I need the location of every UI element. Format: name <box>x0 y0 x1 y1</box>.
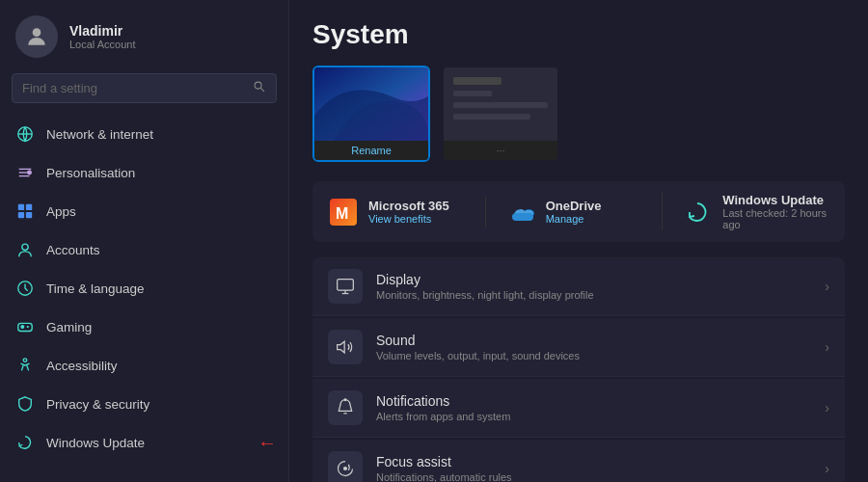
search-box[interactable] <box>12 73 277 103</box>
svg-rect-26 <box>453 114 530 120</box>
sidebar-item-windowsupdate[interactable]: Windows Update ← <box>0 423 288 462</box>
wu-sub: Last checked: 2 hours ago <box>722 207 829 230</box>
theme-card-1[interactable]: Rename <box>312 66 430 162</box>
sidebar-item-accessibility[interactable]: Accessibility <box>0 346 288 385</box>
focusassist-title: Focus assist <box>376 454 825 469</box>
apps-icon <box>15 201 35 221</box>
theme-preview-1 <box>314 67 428 141</box>
page-title: System <box>312 19 845 50</box>
onedrive-title: OneDrive <box>546 199 602 213</box>
wu-quick-icon <box>682 197 713 228</box>
sidebar-item-personalisation[interactable]: Personalisation <box>0 153 288 192</box>
svg-rect-24 <box>453 91 492 96</box>
svg-rect-30 <box>338 280 354 291</box>
svg-point-13 <box>22 244 28 250</box>
focusassist-chevron: › <box>825 461 829 476</box>
quick-link-m365[interactable]: M Microsoft 365 View benefits <box>328 197 475 228</box>
accessibility-icon <box>15 356 35 375</box>
focusassist-sub: Notifications, automatic rules <box>376 471 825 482</box>
search-container <box>0 69 288 111</box>
user-type: Local Account <box>69 39 136 50</box>
notifications-chevron: › <box>825 400 829 415</box>
sidebar-item-label-windowsupdate: Windows Update <box>46 436 145 450</box>
nav-menu: Network & internet Personalisation <box>0 111 288 482</box>
settings-item-notifications[interactable]: Notifications Alerts from apps and syste… <box>312 379 845 438</box>
display-text: Display Monitors, brightness, night ligh… <box>376 272 825 301</box>
svg-text:M: M <box>336 205 348 222</box>
quick-links: M Microsoft 365 View benefits OneDrive M… <box>312 181 845 242</box>
svg-point-0 <box>33 28 41 37</box>
sidebar-item-accounts[interactable]: Accounts <box>0 230 288 269</box>
svg-rect-11 <box>18 212 24 218</box>
search-input[interactable] <box>22 81 245 95</box>
m365-title: Microsoft 365 <box>368 199 449 213</box>
sidebar-item-label-apps: Apps <box>46 204 76 219</box>
sidebar-item-time[interactable]: Time & language <box>0 269 288 308</box>
m365-sub[interactable]: View benefits <box>368 213 449 225</box>
sidebar-item-apps[interactable]: Apps <box>0 192 288 230</box>
sound-chevron: › <box>825 339 829 355</box>
sound-text: Sound Volume levels, output, input, soun… <box>376 333 825 362</box>
settings-item-display[interactable]: Display Monitors, brightness, night ligh… <box>312 257 845 316</box>
svg-marker-33 <box>338 341 345 353</box>
user-profile[interactable]: Vladimir Local Account <box>0 0 288 69</box>
theme-card-2[interactable]: ··· <box>442 66 559 162</box>
sidebar-item-label-accounts: Accounts <box>46 243 100 257</box>
user-info: Vladimir Local Account <box>69 23 136 50</box>
onedrive-text: OneDrive Manage <box>546 199 602 225</box>
display-sub: Monitors, brightness, night light, displ… <box>376 289 825 301</box>
svg-point-1 <box>255 82 261 89</box>
accounts-icon <box>15 240 35 259</box>
user-name: Vladimir <box>69 23 136 39</box>
svg-point-8 <box>28 171 32 174</box>
svg-point-35 <box>344 399 346 401</box>
windowsupdate-icon <box>15 433 35 452</box>
display-icon <box>328 269 363 304</box>
svg-rect-12 <box>26 212 32 218</box>
theme-preview-2 <box>444 67 557 141</box>
avatar <box>15 15 58 58</box>
onedrive-icon <box>505 197 536 228</box>
theme-card-2-label: ··· <box>444 141 557 160</box>
theme-card-1-label: Rename <box>314 141 428 160</box>
sidebar-item-label-time: Time & language <box>46 281 145 296</box>
red-arrow-annotation: ← <box>258 432 277 454</box>
settings-item-focusassist[interactable]: Focus assist Notifications, automatic ru… <box>312 440 845 482</box>
notifications-sub: Alerts from apps and system <box>376 411 825 422</box>
sidebar-item-gaming[interactable]: Gaming <box>0 308 288 346</box>
m365-icon: M <box>328 197 359 228</box>
m365-text: Microsoft 365 View benefits <box>368 199 449 225</box>
quick-link-onedrive[interactable]: OneDrive Manage <box>485 197 653 228</box>
gaming-icon <box>15 317 35 336</box>
wu-text: Windows Update Last checked: 2 hours ago <box>722 193 829 230</box>
quick-link-wu[interactable]: Windows Update Last checked: 2 hours ago <box>662 193 829 230</box>
notifications-icon <box>328 390 363 425</box>
sidebar-item-label-network: Network & internet <box>46 127 153 142</box>
theme-row: Rename ··· <box>312 66 845 162</box>
svg-line-2 <box>260 88 264 92</box>
wu-title: Windows Update <box>722 193 829 207</box>
time-icon <box>15 279 35 298</box>
svg-point-36 <box>343 467 347 470</box>
settings-list: Display Monitors, brightness, night ligh… <box>312 257 845 482</box>
sidebar-item-network[interactable]: Network & internet <box>0 115 288 153</box>
sidebar-item-label-privacy: Privacy & security <box>46 397 149 412</box>
sidebar-item-privacy[interactable]: Privacy & security <box>0 385 288 423</box>
sidebar-item-label-accessibility: Accessibility <box>46 359 118 373</box>
display-chevron: › <box>825 279 829 294</box>
svg-rect-10 <box>26 204 32 210</box>
onedrive-sub[interactable]: Manage <box>546 213 602 225</box>
sound-icon <box>328 330 363 364</box>
notifications-title: Notifications <box>376 393 825 409</box>
privacy-icon <box>15 394 35 414</box>
svg-rect-9 <box>18 204 24 210</box>
personalisation-icon <box>15 163 35 182</box>
network-icon <box>15 124 35 144</box>
svg-rect-23 <box>453 77 502 85</box>
settings-item-sound[interactable]: Sound Volume levels, output, input, soun… <box>312 318 845 377</box>
search-icon <box>253 80 266 96</box>
focusassist-text: Focus assist Notifications, automatic ru… <box>376 454 825 482</box>
sound-title: Sound <box>376 333 825 348</box>
display-title: Display <box>376 272 825 287</box>
svg-rect-29 <box>512 213 533 221</box>
